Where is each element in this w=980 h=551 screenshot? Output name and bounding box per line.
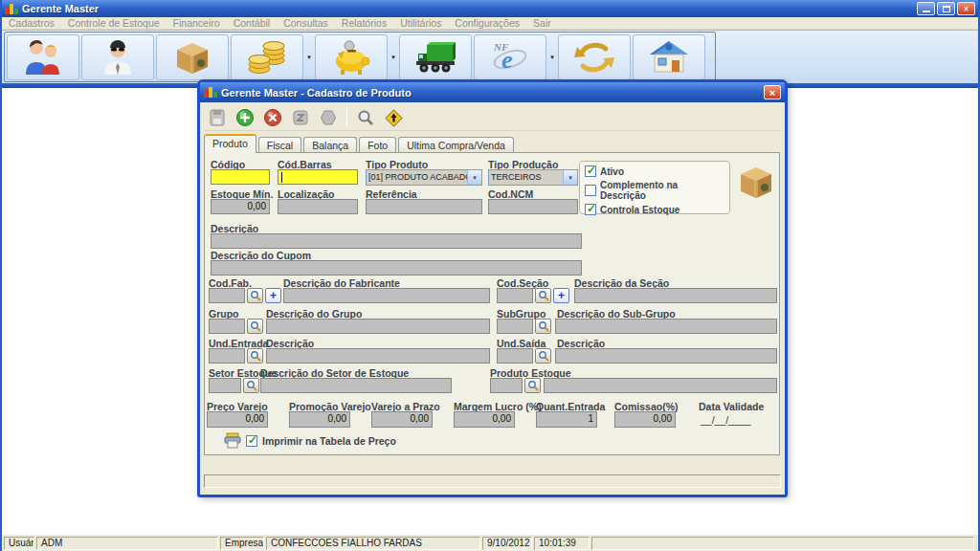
cod-secao-search-button[interactable]	[535, 288, 551, 303]
und-entrada-desc-input[interactable]	[266, 348, 490, 364]
menu-contabil[interactable]: Contábil	[227, 17, 278, 29]
tab-ultima-compra-venda[interactable]: Ultima Compra/Venda	[398, 137, 514, 153]
print-option-row[interactable]: ✓ Imprimir na Tabela de Preço	[224, 432, 396, 449]
dialog-close-button[interactable]: ×	[764, 85, 781, 99]
stop-button[interactable]	[317, 106, 340, 129]
grupo-search-button[interactable]	[247, 319, 263, 334]
localizacao-input[interactable]	[278, 199, 358, 214]
preco-varejo-input[interactable]: 0,00	[207, 411, 268, 428]
und-entrada-search-button[interactable]	[247, 348, 263, 364]
produto-estoque-input[interactable]	[490, 378, 523, 393]
und-saida-input[interactable]	[497, 348, 533, 364]
desc-setor-estoque-input[interactable]	[260, 378, 452, 393]
desc-subgrupo-input[interactable]	[555, 319, 777, 334]
employee-button[interactable]	[81, 34, 154, 80]
desc-fabricante-input[interactable]	[283, 288, 490, 303]
app-window: Gerente Master × Cadastros Controle de E…	[0, 0, 980, 551]
delete-button[interactable]	[261, 106, 284, 129]
quant-entrada-input[interactable]: 1	[536, 411, 597, 428]
clients-button[interactable]	[7, 34, 79, 80]
svg-text:e: e	[501, 46, 513, 74]
search-button[interactable]	[354, 106, 377, 129]
money-dropdown[interactable]: ▾	[304, 34, 314, 80]
new-plus-icon	[235, 108, 255, 127]
varejo-a-prazo-input[interactable]: 0,00	[371, 411, 433, 428]
und-saida-desc-input[interactable]	[555, 348, 777, 364]
controla-estoque-option[interactable]: ✓ Controla Estoque	[585, 204, 725, 215]
bank-button[interactable]	[315, 34, 388, 80]
menu-sair[interactable]: Sair	[526, 17, 558, 29]
stop-hexagon-icon	[319, 108, 338, 127]
desc-grupo-input[interactable]	[266, 319, 490, 334]
cod-secao-add-button[interactable]: +	[553, 288, 569, 303]
setor-estoque-search-button[interactable]	[243, 378, 259, 393]
tab-balanca[interactable]: Balança	[303, 137, 357, 153]
descricao-cupom-input[interactable]	[211, 260, 582, 276]
menu-controle-de-estoque[interactable]: Controle de Estoque	[61, 17, 167, 29]
close-button[interactable]: ×	[957, 2, 975, 15]
company-button[interactable]	[633, 34, 705, 80]
subgrupo-input[interactable]	[497, 319, 533, 334]
cod-ncm-input[interactable]	[488, 199, 578, 214]
chevron-down-icon[interactable]: ▾	[467, 170, 481, 185]
new-button[interactable]	[234, 106, 256, 129]
ativo-option[interactable]: ✓ Ativo	[585, 165, 725, 177]
save-button[interactable]	[206, 106, 229, 129]
comissao-input[interactable]: 0,00	[614, 411, 676, 428]
grupo-input[interactable]	[209, 319, 245, 334]
products-button[interactable]	[156, 34, 229, 80]
codigo-input[interactable]	[211, 169, 270, 185]
cod-fab-input[interactable]	[209, 288, 245, 303]
dialog-titlebar: Gerente Master - Cadastro de Produto ×	[200, 82, 785, 102]
desc-secao-input[interactable]	[574, 288, 777, 303]
printer-icon	[224, 432, 241, 449]
promocao-varejo-input[interactable]: 0,00	[289, 411, 350, 428]
clients-icon	[22, 38, 64, 77]
subgrupo-search-button[interactable]	[535, 319, 551, 334]
money-button[interactable]	[231, 34, 303, 80]
cod-barras-input[interactable]	[278, 169, 358, 185]
restore-button[interactable]	[937, 2, 955, 15]
referencia-input[interactable]	[366, 199, 482, 214]
tab-produto[interactable]: Produto	[204, 134, 256, 153]
menu-configuracoes[interactable]: Configurações	[448, 17, 526, 29]
imprimir-tabela-checkbox[interactable]: ✓	[246, 435, 257, 447]
tipo-producao-select[interactable]: TERCEIROS ▾	[488, 169, 578, 186]
complemento-option[interactable]: Complemento na Descrição	[585, 180, 725, 201]
setor-estoque-input[interactable]	[209, 378, 241, 393]
shipping-button[interactable]	[399, 34, 472, 80]
menu-financeiro[interactable]: Financeiro	[167, 17, 227, 29]
nfe-button[interactable]: NF e	[474, 34, 546, 80]
minimize-button[interactable]	[917, 2, 935, 15]
menu-cadastros[interactable]: Cadastros	[2, 17, 61, 29]
und-saida-search-button[interactable]	[535, 348, 551, 364]
cod-fab-search-button[interactable]	[247, 288, 263, 303]
menubar: Cadastros Controle de Estoque Financeiro…	[2, 17, 978, 30]
produto-estoque-desc-input[interactable]	[544, 378, 777, 393]
und-entrada-input[interactable]	[209, 348, 245, 364]
cod-secao-input[interactable]	[497, 288, 533, 303]
menu-relatorios[interactable]: Relatórios	[335, 17, 393, 29]
imprimir-tabela-label: Imprimir na Tabela de Preço	[262, 435, 396, 447]
edit-button[interactable]	[289, 106, 312, 129]
sync-button[interactable]	[558, 34, 631, 80]
tab-fiscal[interactable]: Fiscal	[258, 137, 301, 153]
chevron-down-icon[interactable]: ▾	[563, 170, 577, 185]
produto-estoque-search-button[interactable]	[524, 378, 541, 393]
margem-lucro-input[interactable]: 0,00	[454, 411, 515, 428]
cod-fab-add-button[interactable]: +	[265, 288, 281, 303]
menu-utilitarios[interactable]: Utilitários	[393, 17, 448, 29]
menu-consultas[interactable]: Consultas	[277, 17, 335, 29]
bank-dropdown[interactable]: ▾	[389, 34, 398, 80]
statusbar-date: 9/10/2012	[482, 537, 532, 550]
exit-button[interactable]	[382, 106, 405, 129]
data-validade-input[interactable]: __/__/____	[701, 414, 751, 426]
tab-foto[interactable]: Foto	[359, 137, 396, 153]
controla-estoque-checkbox[interactable]: ✓	[585, 204, 596, 215]
descricao-input[interactable]	[211, 233, 582, 249]
tipo-produto-select[interactable]: [01] PRODUTO ACABADO ▾	[366, 169, 482, 186]
complemento-checkbox[interactable]	[585, 185, 596, 196]
nfe-dropdown[interactable]: ▾	[547, 34, 557, 80]
ativo-checkbox[interactable]: ✓	[585, 165, 596, 177]
estoque-min-input[interactable]: 0,00	[211, 199, 270, 214]
